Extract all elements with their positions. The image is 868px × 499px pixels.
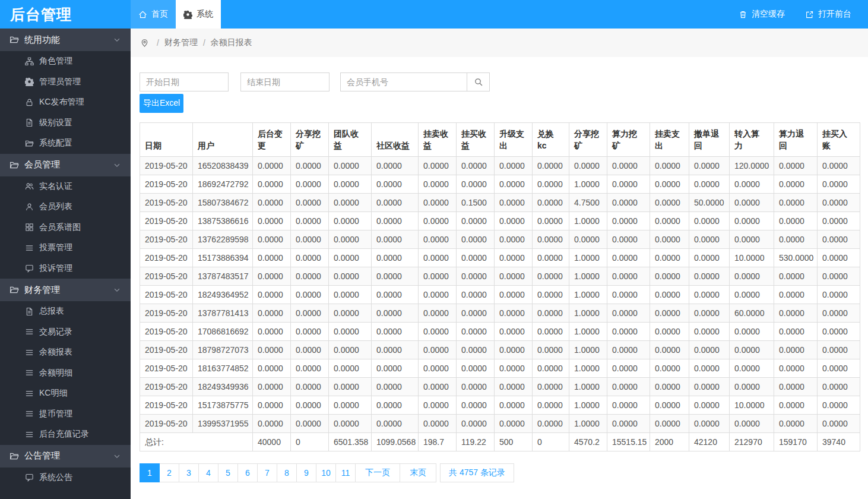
folder-open-icon: [9, 451, 19, 461]
sidebar-section-announcement-management[interactable]: 公告管理: [0, 445, 131, 468]
sidebar-item-balance-details[interactable]: 余额明细: [0, 363, 131, 384]
cell-value: 0.0000: [818, 341, 860, 359]
column-header: 分享挖矿: [291, 123, 329, 157]
tab-label: 系统: [197, 9, 213, 20]
last-page-button[interactable]: 末页: [400, 463, 436, 482]
export-excel-button[interactable]: 导出Excel: [140, 94, 183, 113]
page-button-10[interactable]: 10: [316, 463, 336, 482]
cell-value: 0.0000: [689, 396, 730, 415]
sidebar-item-system-config[interactable]: 系统配置: [0, 133, 131, 154]
sidebar-item-member-list[interactable]: 会员列表: [0, 197, 131, 217]
page-button-1[interactable]: 1: [140, 463, 160, 482]
cell-value: 0.0000: [774, 415, 818, 433]
cell-value: 0.0000: [457, 286, 495, 304]
sidebar-item-complaint-management[interactable]: 投诉管理: [0, 258, 131, 279]
sidebar-item-kc-details[interactable]: KC明细: [0, 383, 131, 404]
search-button[interactable]: [467, 72, 490, 91]
table-row: 2019-05-20151738757750.00000.00000.00000…: [140, 396, 860, 415]
cell-value: 0.0000: [253, 230, 291, 249]
sidebar-item-realname-auth[interactable]: 实名认证: [0, 176, 131, 197]
table-row: 2019-05-20165208384390.00000.00000.00000…: [140, 157, 860, 175]
cell-value: 0.0000: [372, 286, 419, 304]
cell-value: 0.0000: [457, 341, 495, 359]
sidebar-item-transaction-records[interactable]: 交易记录: [0, 322, 131, 343]
page-button-8[interactable]: 8: [277, 463, 297, 482]
cell-value: 0.0000: [291, 323, 329, 341]
sidebar-item-label: 角色管理: [39, 56, 72, 67]
cell-value: 0.0000: [533, 396, 569, 415]
cell-value: 0.0000: [774, 323, 818, 341]
table-total-row: 总计:4000006501.3581099.0568198.7119.22500…: [140, 433, 860, 451]
cell-value: 0.0000: [253, 323, 291, 341]
list-icon: [25, 409, 34, 418]
cell-value: 0.0000: [533, 175, 569, 194]
sidebar-item-member-genealogy[interactable]: 会员系谱图: [0, 217, 131, 238]
column-header: 挂卖支出: [650, 123, 689, 157]
sidebar-section-general-functions[interactable]: 统用功能: [0, 29, 131, 51]
start-date-input[interactable]: [140, 72, 229, 91]
cell-user: 13787781413: [193, 304, 253, 323]
sidebar-item-vote-management[interactable]: 投票管理: [0, 238, 131, 258]
breadcrumb: / 财务管理 / 余额日报表: [131, 29, 868, 57]
cell-value: 0.0000: [607, 415, 650, 433]
page-button-2[interactable]: 2: [159, 463, 179, 482]
tab-home[interactable]: 首页: [131, 0, 176, 29]
cell-value: 60.0000: [730, 304, 774, 323]
tab-system[interactable]: 系统: [176, 0, 221, 29]
member-phone-input[interactable]: [340, 72, 467, 91]
column-header: 用户: [193, 123, 253, 157]
cell-value: 0.0000: [253, 304, 291, 323]
cell-value: 0.0000: [607, 230, 650, 249]
total-value: 1099.0568: [372, 433, 419, 451]
breadcrumb-separator: /: [157, 38, 159, 48]
sidebar-section-member-management[interactable]: 会员管理: [0, 154, 131, 176]
page-button-11[interactable]: 11: [335, 463, 356, 482]
sidebar-item-admin-management[interactable]: 管理员管理: [0, 72, 131, 93]
top-action-label: 清空缓存: [752, 9, 785, 20]
open-frontend-button[interactable]: 打开前台: [805, 9, 851, 20]
sidebar-item-level-settings[interactable]: 级别设置: [0, 113, 131, 134]
cell-value: 0.0000: [689, 323, 730, 341]
sidebar-nav: 统用功能角色管理管理员管理KC发布管理级别设置系统配置会员管理实名认证会员列表会…: [0, 29, 131, 499]
cell-value: 0.0000: [291, 396, 329, 415]
cell-value: 10.0000: [730, 249, 774, 267]
table-row: 2019-05-20138753866160.00000.00000.00000…: [140, 212, 860, 230]
page-button-5[interactable]: 5: [218, 463, 238, 482]
sidebar-section-finance-management[interactable]: 财务管理: [0, 279, 131, 301]
sidebar-item-role-management[interactable]: 角色管理: [0, 51, 131, 72]
page-button-3[interactable]: 3: [179, 463, 199, 482]
sidebar-item-summary-report[interactable]: 总报表: [0, 301, 131, 322]
cell-value: 0.0000: [329, 378, 372, 396]
cell-value: 0.0000: [291, 286, 329, 304]
cell-value: 0.0000: [291, 304, 329, 323]
next-page-button[interactable]: 下一页: [355, 463, 400, 482]
sidebar-item-balance-report[interactable]: 余额报表: [0, 342, 131, 363]
breadcrumb-item-finance[interactable]: 财务管理: [164, 37, 198, 48]
cell-value: 0.0000: [253, 157, 291, 175]
cell-value: 0.1500: [457, 194, 495, 212]
clear-cache-button[interactable]: 清空缓存: [739, 9, 785, 20]
sidebar-item-label: 级别设置: [39, 118, 72, 128]
cell-value: 0.0000: [818, 230, 860, 249]
sidebar-item-label: 投诉管理: [39, 263, 72, 274]
sidebar-item-kc-publish-management[interactable]: KC发布管理: [0, 92, 131, 113]
cell-user: 13787483517: [193, 267, 253, 286]
sidebar-item-system-announcement[interactable]: 系统公告: [0, 468, 131, 488]
cell-value: 0.0000: [291, 267, 329, 286]
app-title: 后台管理: [0, 0, 131, 29]
cell-user: 15807384672: [193, 194, 253, 212]
total-label: 总计:: [140, 433, 253, 451]
cell-value: 0.0000: [495, 341, 533, 359]
page-button-4[interactable]: 4: [198, 463, 218, 482]
page-button-6[interactable]: 6: [237, 463, 258, 482]
page-button-9[interactable]: 9: [296, 463, 316, 482]
sidebar-item-withdraw-management[interactable]: 提币管理: [0, 404, 131, 425]
total-value: 42120: [689, 433, 730, 451]
cell-value: 0.0000: [774, 212, 818, 230]
total-value: 15515.15: [607, 433, 650, 451]
cell-value: 0.0000: [329, 304, 372, 323]
column-header: 算力挖矿: [607, 123, 650, 157]
sidebar-item-backend-recharge-records[interactable]: 后台充值记录: [0, 424, 131, 445]
page-button-7[interactable]: 7: [257, 463, 277, 482]
end-date-input[interactable]: [240, 72, 330, 91]
